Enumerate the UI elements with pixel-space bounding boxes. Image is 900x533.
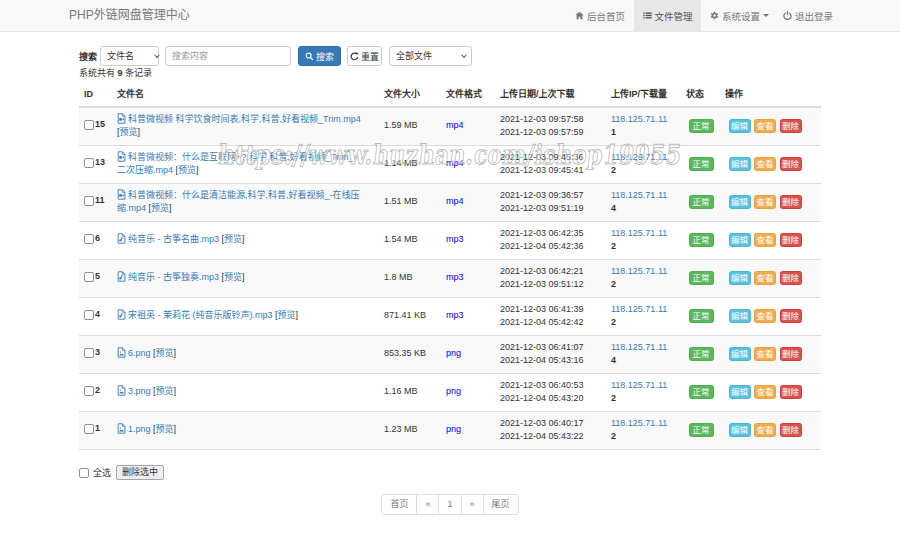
view-button[interactable]: 查看 [754, 195, 776, 209]
edit-button[interactable]: 编辑 [729, 271, 751, 285]
ip-link[interactable]: 118.125.71.11 [611, 304, 667, 314]
format-link[interactable]: png [446, 386, 461, 396]
row-checkbox[interactable] [84, 386, 94, 396]
preview-link[interactable]: 预览 [224, 234, 242, 244]
edit-button[interactable]: 编辑 [729, 119, 751, 133]
file-link[interactable]: 1.png [128, 424, 151, 434]
preview-link[interactable]: 预览 [151, 203, 169, 213]
status-badge[interactable]: 正常 [689, 423, 714, 437]
delete-button[interactable]: 删除 [780, 119, 802, 133]
status-badge[interactable]: 正常 [689, 119, 714, 133]
edit-button[interactable]: 编辑 [729, 347, 751, 361]
file-link[interactable]: 宋祖英 - 茉莉花 (纯音乐版铃声).mp3 [128, 310, 273, 320]
row-checkbox[interactable] [84, 196, 94, 206]
pagination-next[interactable]: » [461, 494, 484, 515]
cell-format: mp4 [441, 107, 495, 146]
cell-actions: 编辑查看删除 [720, 297, 821, 335]
row-checkbox[interactable] [84, 310, 94, 320]
format-link[interactable]: png [446, 424, 461, 434]
status-badge[interactable]: 正常 [689, 233, 714, 247]
ip-link[interactable]: 118.125.71.11 [611, 342, 667, 352]
view-button[interactable]: 查看 [754, 385, 776, 399]
ip-link[interactable]: 118.125.71.11 [611, 152, 667, 162]
pagination-last[interactable]: 尾页 [483, 494, 519, 515]
file-link[interactable]: 纯音乐 - 古筝独奏.mp3 [128, 272, 219, 282]
file-link[interactable]: 3.png [128, 386, 151, 396]
delete-button[interactable]: 删除 [780, 271, 802, 285]
preview-link[interactable]: 预览 [156, 348, 174, 358]
preview-link[interactable]: 预览 [224, 272, 242, 282]
ip-link[interactable]: 118.125.71.11 [611, 418, 667, 428]
nav-item-gear[interactable]: 系统设置 [701, 0, 774, 31]
format-link[interactable]: mp4 [446, 120, 464, 130]
search-input[interactable] [165, 46, 291, 66]
row-checkbox[interactable] [84, 348, 94, 358]
delete-button[interactable]: 删除 [780, 347, 802, 361]
file-type-select[interactable]: 全部文件 [389, 46, 472, 66]
status-badge[interactable]: 正常 [689, 309, 714, 323]
delete-button[interactable]: 删除 [780, 157, 802, 171]
preview-link[interactable]: 预览 [156, 386, 174, 396]
format-link[interactable]: mp3 [446, 272, 464, 282]
row-checkbox[interactable] [84, 158, 94, 168]
row-checkbox[interactable] [84, 120, 94, 130]
format-link[interactable]: mp3 [446, 310, 464, 320]
pagination-prev[interactable]: « [416, 494, 439, 515]
preview-link[interactable]: 预览 [120, 127, 138, 137]
brand-title[interactable]: PHP外链网盘管理中心 [69, 0, 190, 31]
delete-button[interactable]: 删除 [780, 309, 802, 323]
row-checkbox[interactable] [84, 234, 94, 244]
edit-button[interactable]: 编辑 [729, 157, 751, 171]
status-badge[interactable]: 正常 [689, 195, 714, 209]
edit-button[interactable]: 编辑 [729, 233, 751, 247]
search-field-select[interactable]: 文件名 [100, 46, 159, 66]
file-link[interactable]: 6.png [128, 348, 151, 358]
view-button[interactable]: 查看 [754, 347, 776, 361]
file-link[interactable]: 科普微视频：什么是互联网+?,科学,科普,好看视频_Trim_二次压缩.mp4 [117, 152, 353, 176]
status-badge[interactable]: 正常 [689, 347, 714, 361]
format-link[interactable]: mp3 [446, 234, 464, 244]
status-badge[interactable]: 正常 [689, 385, 714, 399]
delete-button[interactable]: 删除 [780, 385, 802, 399]
view-button[interactable]: 查看 [754, 309, 776, 323]
delete-button[interactable]: 删除 [780, 233, 802, 247]
status-badge[interactable]: 正常 [689, 271, 714, 285]
preview-link[interactable]: 预览 [156, 424, 174, 434]
edit-button[interactable]: 编辑 [729, 423, 751, 437]
view-button[interactable]: 查看 [754, 233, 776, 247]
format-link[interactable]: png [446, 348, 461, 358]
search-button[interactable]: 搜索 [298, 46, 341, 66]
row-checkbox[interactable] [84, 272, 94, 282]
reset-button[interactable]: 重置 [347, 46, 382, 66]
ip-link[interactable]: 118.125.71.11 [611, 380, 667, 390]
file-link[interactable]: 纯音乐 - 古筝名曲.mp3 [128, 234, 219, 244]
view-button[interactable]: 查看 [754, 271, 776, 285]
view-button[interactable]: 查看 [754, 157, 776, 171]
edit-button[interactable]: 编辑 [729, 385, 751, 399]
preview-link[interactable]: 预览 [178, 165, 196, 175]
format-link[interactable]: mp4 [446, 196, 464, 206]
ip-link[interactable]: 118.125.71.11 [611, 114, 667, 124]
row-checkbox[interactable] [84, 424, 94, 434]
nav-item-power[interactable]: 退出登录 [774, 0, 842, 31]
delete-button[interactable]: 删除 [780, 195, 802, 209]
edit-button[interactable]: 编辑 [729, 195, 751, 209]
select-all-label[interactable]: 全选 [93, 466, 111, 479]
format-link[interactable]: mp4 [446, 158, 464, 168]
preview-link[interactable]: 预览 [278, 310, 296, 320]
file-link[interactable]: 科普微视频 科学饮食时间表,科学,科普,好看视频_Trim.mp4 [128, 114, 361, 124]
pagination-first[interactable]: 首页 [381, 494, 417, 515]
edit-button[interactable]: 编辑 [729, 309, 751, 323]
view-button[interactable]: 查看 [754, 119, 776, 133]
view-button[interactable]: 查看 [754, 423, 776, 437]
nav-item-list[interactable]: 文件管理 [634, 0, 702, 31]
status-badge[interactable]: 正常 [689, 157, 714, 171]
ip-link[interactable]: 118.125.71.11 [611, 228, 667, 238]
nav-item-home[interactable]: 后台首页 [566, 0, 634, 31]
select-all-checkbox[interactable] [79, 468, 89, 478]
pagination-page-1[interactable]: 1 [438, 494, 461, 515]
ip-link[interactable]: 118.125.71.11 [611, 190, 667, 200]
ip-link[interactable]: 118.125.71.11 [611, 266, 667, 276]
delete-selected-button[interactable]: 删除选中 [116, 465, 164, 480]
delete-button[interactable]: 删除 [780, 423, 802, 437]
